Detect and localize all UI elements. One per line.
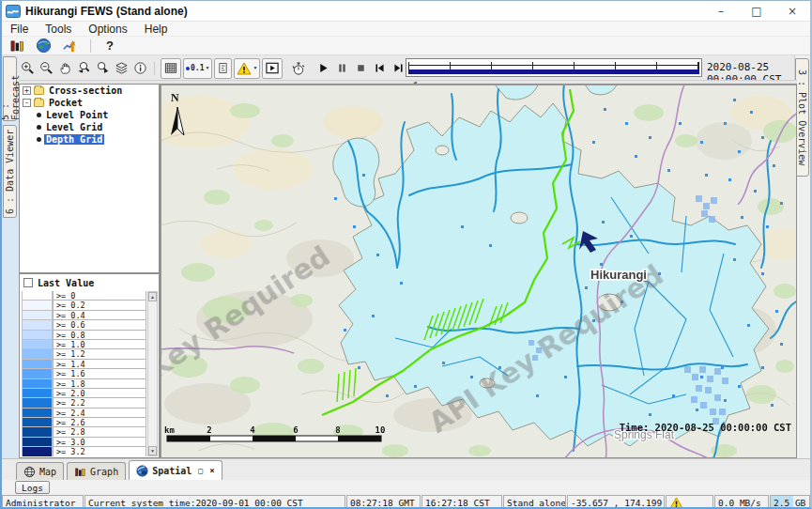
tab-graph-label: Graph (90, 467, 118, 477)
workspace: 5 : Forecast 6 : Data Viewer 3 : Plot Ov… (2, 55, 810, 458)
pan-button[interactable] (56, 59, 73, 78)
tab-spatial[interactable]: Spatial □ × (129, 460, 222, 480)
tree-node-label[interactable]: Level Grid (44, 122, 104, 132)
legend-label: >= 0.6 (53, 320, 146, 330)
svg-text:10: 10 (375, 425, 386, 435)
zoom-out-button[interactable] (38, 59, 54, 78)
legend-swatch (22, 340, 53, 349)
minimize-button[interactable]: – (703, 1, 739, 22)
chart-arrow-icon (62, 38, 78, 54)
tree-node-cross-section[interactable]: + Cross-section (20, 85, 159, 97)
legend-row: >= 2.6 (22, 418, 146, 427)
tree-node-label[interactable]: Pocket (47, 98, 84, 108)
map-time-label: Time: 2020-08-25 00:00:00 CST (620, 422, 791, 433)
info-button[interactable] (131, 59, 148, 78)
scroll-up-icon[interactable]: ▲ (148, 292, 157, 301)
tree-node-level-point[interactable]: Level Point (20, 109, 159, 121)
zoom-previous-button[interactable] (75, 59, 92, 78)
contour-interval-dropdown[interactable]: 0.1▼ (183, 58, 212, 79)
map-view[interactable]: API Key Required API Key Required Hikura… (161, 85, 797, 458)
menu-options[interactable]: Options (80, 23, 135, 36)
map-panel: API Key Required API Key Required Hikura… (160, 84, 797, 458)
stop-button[interactable] (352, 59, 369, 78)
grid-display-button[interactable] (161, 58, 181, 79)
legend-row: >= 1.0 (22, 340, 146, 349)
zoom-out-icon (39, 61, 54, 75)
maximize-button[interactable]: □ (739, 1, 774, 22)
scroll-down-icon[interactable]: ▼ (148, 446, 157, 455)
tree-node-pocket[interactable]: - Pocket (20, 97, 159, 109)
skip-end-icon (392, 62, 405, 74)
toolbar-separator (154, 62, 155, 75)
legend-button[interactable] (214, 58, 232, 79)
legend-scrollbar[interactable]: ▲ ▼ (147, 291, 158, 456)
tree-node-level-grid[interactable]: Level Grid (20, 121, 159, 133)
logs-button[interactable]: Logs (15, 481, 50, 494)
collapse-icon[interactable]: - (23, 99, 31, 107)
layers-icon (115, 61, 129, 75)
spatial-display-button[interactable] (34, 38, 53, 54)
zoom-in-button[interactable] (19, 59, 36, 78)
database-viewer-button[interactable] (8, 38, 26, 54)
tab-map[interactable]: Map (16, 462, 64, 480)
legend-swatch (22, 409, 53, 418)
play-button[interactable] (314, 59, 331, 78)
tab-graph[interactable]: Graph (67, 462, 126, 480)
legend-swatch (22, 369, 53, 378)
status-bar: Administrator Current system time:2020-0… (2, 495, 810, 509)
time-slider[interactable] (406, 58, 702, 77)
warning-icon (237, 62, 252, 75)
legend-label: >= 0 (53, 291, 146, 301)
menu-help[interactable]: Help (136, 23, 176, 36)
legend-swatch (22, 291, 53, 301)
status-warning-cell[interactable] (666, 495, 713, 509)
chevron-down-icon: ▼ (253, 66, 257, 70)
blue-globe-icon (136, 465, 148, 477)
legend-row: >= 2.8 (22, 427, 146, 437)
help-button[interactable]: ? (102, 39, 117, 53)
window-title: Hikurangi FEWS (Stand alone) (25, 5, 188, 18)
stop-icon (355, 62, 367, 74)
tab-float-icon[interactable]: □ (198, 467, 203, 475)
pause-button[interactable] (333, 59, 350, 78)
legend-label: >= 0.4 (53, 311, 146, 320)
menu-tools[interactable]: Tools (37, 23, 80, 36)
zoom-next-button[interactable] (94, 59, 111, 78)
legend-swatch (22, 301, 53, 310)
legend-list: >= 0>= 0.2>= 0.4>= 0.6>= 0.8>= 1.0>= 1.2… (22, 291, 146, 456)
tab-close-icon[interactable]: × (209, 466, 214, 475)
tab-data-viewer[interactable]: 6 : Data Viewer (3, 125, 17, 218)
svg-text:4: 4 (250, 425, 255, 435)
expand-icon[interactable]: + (23, 86, 31, 95)
legend-swatch (22, 379, 53, 389)
svg-text:8: 8 (335, 425, 340, 435)
go-to-end-button[interactable] (390, 59, 406, 78)
tree-node-label[interactable]: Level Point (44, 110, 110, 120)
bullet-icon (37, 113, 41, 117)
tree-node-label-selected[interactable]: Depth Grid (44, 134, 104, 145)
status-system-time: Current system time:2020-09-01 00:00 CST (84, 495, 345, 509)
app-logo-icon (6, 5, 21, 18)
go-to-start-button[interactable] (371, 59, 388, 78)
globe-icon (36, 38, 52, 54)
toolbar-separator (90, 39, 91, 53)
tree-node-depth-grid[interactable]: Depth Grid (20, 133, 159, 146)
animation-button[interactable] (262, 58, 283, 79)
legend-swatch (22, 398, 53, 408)
tree-node-label[interactable]: Cross-section (47, 85, 124, 96)
last-value-checkbox[interactable] (23, 278, 33, 287)
close-button[interactable]: × (774, 1, 810, 22)
warnings-dropdown[interactable]: ▼ (234, 58, 260, 79)
status-mode: Stand alone (503, 495, 566, 509)
legend-swatch (22, 438, 53, 447)
tab-forecast[interactable]: 5 : Forecast (3, 56, 17, 121)
menu-file[interactable]: File (2, 23, 37, 36)
legend-label: >= 1.0 (53, 340, 146, 349)
layers-button[interactable] (113, 59, 130, 78)
bar-chart-icon (74, 466, 86, 478)
status-user: Administrator (2, 495, 84, 509)
animation-settings-button[interactable] (290, 59, 307, 78)
import-button[interactable] (60, 38, 79, 54)
status-gmt-time: 08:27:18 GMT (346, 495, 421, 509)
svg-text:6: 6 (293, 425, 298, 435)
